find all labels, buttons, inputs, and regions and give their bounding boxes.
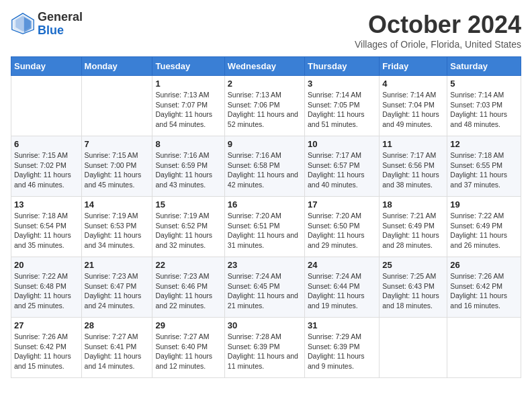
day-number: 20 xyxy=(14,260,79,270)
day-number: 1 xyxy=(155,79,221,89)
calendar-cell: 24Sunrise: 7:24 AMSunset: 6:44 PMDayligh… xyxy=(304,257,379,318)
day-info: Sunrise: 7:18 AMSunset: 6:55 PMDaylight:… xyxy=(450,150,518,190)
day-info: Sunrise: 7:23 AMSunset: 6:47 PMDaylight:… xyxy=(85,271,150,311)
day-info: Sunrise: 7:27 AMSunset: 6:40 PMDaylight:… xyxy=(155,332,221,371)
day-number: 26 xyxy=(450,260,518,270)
calendar-cell: 30Sunrise: 7:28 AMSunset: 6:39 PMDayligh… xyxy=(224,318,304,378)
day-number: 24 xyxy=(308,260,376,270)
day-info: Sunrise: 7:14 AMSunset: 7:04 PMDaylight:… xyxy=(382,90,444,130)
calendar-cell: 9Sunrise: 7:16 AMSunset: 6:58 PMDaylight… xyxy=(224,136,304,197)
calendar-cell: 16Sunrise: 7:20 AMSunset: 6:51 PMDayligh… xyxy=(224,197,304,257)
calendar-cell xyxy=(380,318,447,378)
day-number: 4 xyxy=(382,79,444,89)
calendar-cell: 11Sunrise: 7:17 AMSunset: 6:56 PMDayligh… xyxy=(380,136,447,197)
day-number: 15 xyxy=(155,199,221,210)
day-info: Sunrise: 7:28 AMSunset: 6:39 PMDaylight:… xyxy=(228,332,302,371)
day-info: Sunrise: 7:13 AMSunset: 7:06 PMDaylight:… xyxy=(228,90,302,130)
page-header: General Blue October 2024 Villages of Or… xyxy=(11,11,521,50)
day-info: Sunrise: 7:29 AMSunset: 6:39 PMDaylight:… xyxy=(308,332,376,371)
calendar-week-3: 13Sunrise: 7:18 AMSunset: 6:54 PMDayligh… xyxy=(11,197,521,257)
day-number: 21 xyxy=(85,260,150,270)
day-number: 30 xyxy=(228,320,302,330)
day-info: Sunrise: 7:19 AMSunset: 6:53 PMDaylight:… xyxy=(85,211,150,250)
calendar-cell: 8Sunrise: 7:16 AMSunset: 6:59 PMDaylight… xyxy=(152,136,224,197)
title-block: October 2024 Villages of Oriole, Florida… xyxy=(355,11,521,50)
day-info: Sunrise: 7:21 AMSunset: 6:49 PMDaylight:… xyxy=(382,211,444,250)
calendar-cell: 18Sunrise: 7:21 AMSunset: 6:49 PMDayligh… xyxy=(380,197,447,257)
calendar-cell: 29Sunrise: 7:27 AMSunset: 6:40 PMDayligh… xyxy=(152,318,224,378)
calendar-cell: 7Sunrise: 7:15 AMSunset: 7:00 PMDaylight… xyxy=(81,136,152,197)
day-header-tuesday: Tuesday xyxy=(152,57,224,76)
day-number: 6 xyxy=(14,139,79,149)
calendar-cell: 28Sunrise: 7:27 AMSunset: 6:41 PMDayligh… xyxy=(81,318,152,378)
day-number: 28 xyxy=(85,320,150,330)
calendar-cell: 17Sunrise: 7:20 AMSunset: 6:50 PMDayligh… xyxy=(304,197,379,257)
day-info: Sunrise: 7:19 AMSunset: 6:52 PMDaylight:… xyxy=(155,211,221,250)
day-number: 19 xyxy=(450,199,518,210)
calendar-week-5: 27Sunrise: 7:26 AMSunset: 6:42 PMDayligh… xyxy=(11,318,521,378)
calendar-cell: 19Sunrise: 7:22 AMSunset: 6:49 PMDayligh… xyxy=(447,197,521,257)
calendar-cell: 21Sunrise: 7:23 AMSunset: 6:47 PMDayligh… xyxy=(81,257,152,318)
calendar-cell: 10Sunrise: 7:17 AMSunset: 6:57 PMDayligh… xyxy=(304,136,379,197)
day-number: 2 xyxy=(228,79,302,89)
month-title: October 2024 xyxy=(355,11,521,39)
calendar-cell xyxy=(11,76,82,136)
calendar-cell: 31Sunrise: 7:29 AMSunset: 6:39 PMDayligh… xyxy=(304,318,379,378)
day-info: Sunrise: 7:27 AMSunset: 6:41 PMDaylight:… xyxy=(85,332,150,371)
day-number: 9 xyxy=(228,139,302,149)
day-info: Sunrise: 7:22 AMSunset: 6:49 PMDaylight:… xyxy=(450,211,518,250)
calendar-cell xyxy=(447,318,521,378)
day-number: 10 xyxy=(308,139,376,149)
calendar-week-1: 1Sunrise: 7:13 AMSunset: 7:07 PMDaylight… xyxy=(11,76,521,136)
day-info: Sunrise: 7:23 AMSunset: 6:46 PMDaylight:… xyxy=(155,271,221,311)
days-header-row: SundayMondayTuesdayWednesdayThursdayFrid… xyxy=(11,57,521,76)
day-number: 25 xyxy=(382,260,444,270)
day-info: Sunrise: 7:14 AMSunset: 7:03 PMDaylight:… xyxy=(450,90,518,130)
day-info: Sunrise: 7:24 AMSunset: 6:44 PMDaylight:… xyxy=(308,271,376,311)
calendar-table: SundayMondayTuesdayWednesdayThursdayFrid… xyxy=(11,56,521,378)
day-number: 17 xyxy=(308,199,376,210)
day-number: 8 xyxy=(155,139,221,149)
logo-icon xyxy=(11,12,35,36)
day-info: Sunrise: 7:15 AMSunset: 7:00 PMDaylight:… xyxy=(85,150,150,190)
logo-text: General Blue xyxy=(38,11,83,38)
calendar-cell: 2Sunrise: 7:13 AMSunset: 7:06 PMDaylight… xyxy=(224,76,304,136)
day-number: 5 xyxy=(450,79,518,89)
calendar-cell: 14Sunrise: 7:19 AMSunset: 6:53 PMDayligh… xyxy=(81,197,152,257)
day-info: Sunrise: 7:24 AMSunset: 6:45 PMDaylight:… xyxy=(228,271,302,311)
calendar-cell: 26Sunrise: 7:26 AMSunset: 6:42 PMDayligh… xyxy=(447,257,521,318)
day-info: Sunrise: 7:25 AMSunset: 6:43 PMDaylight:… xyxy=(382,271,444,311)
day-info: Sunrise: 7:20 AMSunset: 6:50 PMDaylight:… xyxy=(308,211,376,250)
calendar-cell: 3Sunrise: 7:14 AMSunset: 7:05 PMDaylight… xyxy=(304,76,379,136)
day-number: 16 xyxy=(228,199,302,210)
day-info: Sunrise: 7:16 AMSunset: 6:59 PMDaylight:… xyxy=(155,150,221,190)
day-number: 12 xyxy=(450,139,518,149)
day-number: 27 xyxy=(14,320,79,330)
calendar-cell xyxy=(81,76,152,136)
calendar-cell: 25Sunrise: 7:25 AMSunset: 6:43 PMDayligh… xyxy=(380,257,447,318)
calendar-cell: 1Sunrise: 7:13 AMSunset: 7:07 PMDaylight… xyxy=(152,76,224,136)
logo: General Blue xyxy=(11,11,83,38)
day-header-monday: Monday xyxy=(81,57,152,76)
day-header-friday: Friday xyxy=(380,57,447,76)
calendar-cell: 27Sunrise: 7:26 AMSunset: 6:42 PMDayligh… xyxy=(11,318,82,378)
location: Villages of Oriole, Florida, United Stat… xyxy=(355,39,521,50)
day-info: Sunrise: 7:17 AMSunset: 6:57 PMDaylight:… xyxy=(308,150,376,190)
calendar-cell: 4Sunrise: 7:14 AMSunset: 7:04 PMDaylight… xyxy=(380,76,447,136)
day-number: 7 xyxy=(85,139,150,149)
calendar-cell: 23Sunrise: 7:24 AMSunset: 6:45 PMDayligh… xyxy=(224,257,304,318)
day-info: Sunrise: 7:18 AMSunset: 6:54 PMDaylight:… xyxy=(14,211,79,250)
day-number: 3 xyxy=(308,79,376,89)
day-info: Sunrise: 7:17 AMSunset: 6:56 PMDaylight:… xyxy=(382,150,444,190)
day-info: Sunrise: 7:26 AMSunset: 6:42 PMDaylight:… xyxy=(450,271,518,311)
day-number: 13 xyxy=(14,199,79,210)
day-info: Sunrise: 7:20 AMSunset: 6:51 PMDaylight:… xyxy=(228,211,302,250)
day-header-saturday: Saturday xyxy=(447,57,521,76)
calendar-week-4: 20Sunrise: 7:22 AMSunset: 6:48 PMDayligh… xyxy=(11,257,521,318)
day-info: Sunrise: 7:15 AMSunset: 7:02 PMDaylight:… xyxy=(14,150,79,190)
day-number: 11 xyxy=(382,139,444,149)
day-number: 14 xyxy=(85,199,150,210)
calendar-cell: 13Sunrise: 7:18 AMSunset: 6:54 PMDayligh… xyxy=(11,197,82,257)
day-info: Sunrise: 7:14 AMSunset: 7:05 PMDaylight:… xyxy=(308,90,376,130)
day-number: 23 xyxy=(228,260,302,270)
